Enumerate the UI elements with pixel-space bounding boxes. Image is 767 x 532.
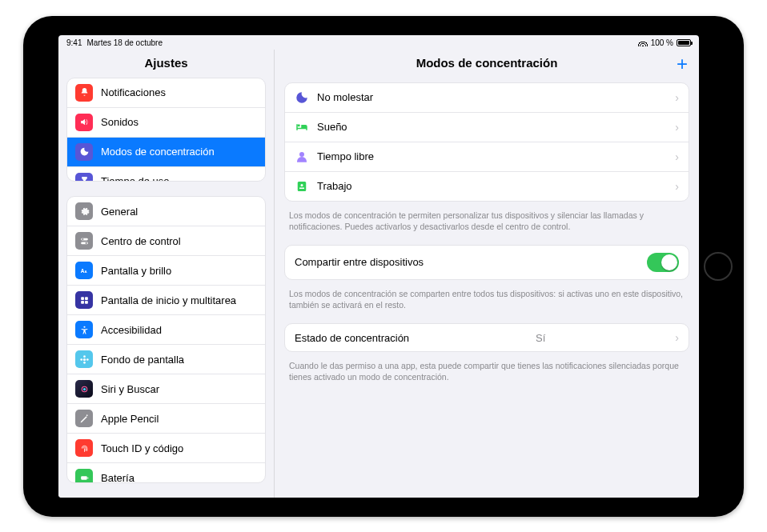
focus-modes-footer: Los modos de concentración te permiten p… (275, 205, 699, 240)
battery-icon (677, 39, 691, 46)
focus-modes-list: No molestar › Sueño › Tiempo libre › (284, 82, 689, 202)
status-footer: Cuando le das permiso a una app, esta pu… (275, 355, 699, 390)
battery-icon (75, 469, 93, 482)
focus-status-label: Estado de concentración (295, 332, 409, 344)
share-toggle[interactable] (647, 253, 679, 272)
gear-icon (75, 202, 93, 220)
sidebar-item-notifications[interactable]: Notificaciones (67, 78, 265, 107)
share-across-devices-row[interactable]: Compartir entre dispositivos (285, 246, 689, 279)
detail-header: Modos de concentración + (275, 50, 699, 78)
focus-mode-personal[interactable]: Tiempo libre › (285, 142, 689, 171)
wifi-icon (638, 39, 648, 46)
fingerprint-icon (75, 439, 93, 457)
focus-mode-sleep[interactable]: Sueño › (285, 112, 689, 142)
sidebar-item-label: Apple Pencil (101, 413, 159, 425)
sidebar-item-label: Fondo de pantalla (101, 354, 184, 366)
sidebar-item-label: Batería (101, 472, 135, 483)
chevron-right-icon: › (675, 91, 679, 104)
bell-icon (75, 84, 93, 102)
svg-rect-9 (85, 301, 88, 304)
text-size-icon: AA (75, 262, 93, 279)
sidebar-item-wallpaper[interactable]: Fondo de pantalla (67, 344, 265, 374)
moon-icon (295, 90, 309, 105)
sidebar-group-2: General Centro de control AA Pantalla y … (66, 196, 266, 482)
svg-text:A: A (80, 268, 84, 274)
svg-point-22 (301, 184, 303, 186)
person-icon (295, 150, 309, 164)
sidebar-item-focus[interactable]: Modos de concentración (67, 137, 265, 166)
share-footer: Los modos de concentración se comparten … (275, 283, 699, 318)
sidebar-item-label: General (101, 206, 138, 218)
svg-rect-23 (299, 187, 304, 189)
sidebar-item-screentime[interactable]: Tiempo de uso (67, 166, 265, 182)
status-bar: 9:41 Martes 18 de octubre 100 % (58, 35, 699, 50)
speaker-icon (75, 114, 93, 131)
sidebar-item-label: Accesibilidad (101, 324, 162, 336)
focus-mode-label: Tiempo libre (317, 150, 374, 162)
share-label: Compartir entre dispositivos (295, 256, 424, 268)
settings-sidebar: Ajustes Notificaciones Sonidos (58, 50, 275, 498)
siri-icon (75, 380, 93, 398)
svg-point-10 (83, 326, 85, 328)
hourglass-icon (75, 173, 93, 182)
moon-icon (75, 143, 93, 161)
battery-text: 100 % (651, 38, 673, 47)
focus-mode-dnd[interactable]: No molestar › (285, 83, 689, 112)
sidebar-item-siri[interactable]: Siri y Buscar (67, 374, 265, 403)
sidebar-item-label: Tiempo de uso (101, 175, 170, 182)
sidebar-item-general[interactable]: General (67, 197, 265, 226)
chevron-right-icon: › (675, 121, 679, 134)
focus-mode-label: Sueño (317, 121, 347, 133)
sidebar-title: Ajustes (58, 50, 274, 78)
svg-point-20 (299, 152, 304, 157)
svg-point-3 (85, 242, 86, 244)
chevron-right-icon: › (675, 180, 679, 193)
sidebar-item-control-center[interactable]: Centro de control (67, 226, 265, 255)
focus-mode-label: Trabajo (317, 180, 352, 192)
chevron-right-icon: › (675, 150, 679, 163)
svg-rect-7 (85, 297, 88, 300)
focus-status-row[interactable]: Estado de concentración Sí › (285, 324, 689, 351)
svg-point-17 (82, 388, 85, 390)
flower-icon (75, 350, 93, 368)
focus-mode-label: No molestar (317, 91, 373, 103)
status-date: Martes 18 de octubre (86, 38, 163, 47)
focus-status-value: Sí (536, 332, 545, 344)
sidebar-item-home-screen[interactable]: Pantalla de inicio y multitarea (67, 285, 265, 314)
detail-pane: Modos de concentración + No molestar › S… (275, 50, 699, 498)
bed-icon (295, 120, 309, 134)
focus-mode-work[interactable]: Trabajo › (285, 171, 689, 201)
status-group: Estado de concentración Sí › (284, 323, 689, 352)
svg-point-12 (83, 355, 86, 358)
sidebar-item-label: Pantalla de inicio y multitarea (101, 294, 236, 306)
svg-rect-6 (81, 297, 84, 300)
svg-point-15 (86, 358, 88, 361)
sidebar-item-label: Pantalla y brillo (101, 265, 171, 277)
share-group: Compartir entre dispositivos (284, 245, 689, 280)
ipad-device: 9:41 Martes 18 de octubre 100 % Ajustes (23, 16, 744, 517)
screen: 9:41 Martes 18 de octubre 100 % Ajustes (58, 35, 699, 498)
svg-rect-18 (81, 476, 87, 479)
sidebar-item-battery[interactable]: Batería (67, 462, 265, 482)
grid-icon (75, 291, 93, 309)
svg-point-13 (83, 362, 86, 364)
sidebar-item-label: Modos de concentración (101, 146, 215, 158)
sidebar-item-sounds[interactable]: Sonidos (67, 107, 265, 137)
toggles-icon (75, 232, 93, 250)
pencil-icon (75, 410, 93, 427)
sidebar-item-label: Centro de control (101, 235, 181, 247)
status-time: 9:41 (66, 38, 82, 47)
detail-title: Modos de concentración (416, 56, 558, 70)
sidebar-item-display[interactable]: AA Pantalla y brillo (67, 255, 265, 285)
sidebar-item-touchid[interactable]: Touch ID y código (67, 433, 265, 462)
svg-rect-8 (81, 301, 84, 304)
svg-text:A: A (84, 270, 87, 274)
sidebar-item-label: Touch ID y código (101, 442, 183, 454)
home-button[interactable] (704, 252, 733, 281)
svg-point-11 (82, 358, 85, 361)
sidebar-item-label: Siri y Buscar (101, 383, 159, 395)
chevron-right-icon: › (675, 331, 679, 344)
sidebar-item-pencil[interactable]: Apple Pencil (67, 403, 265, 433)
sidebar-item-accessibility[interactable]: Accesibilidad (67, 314, 265, 344)
add-focus-button[interactable]: + (677, 54, 688, 74)
